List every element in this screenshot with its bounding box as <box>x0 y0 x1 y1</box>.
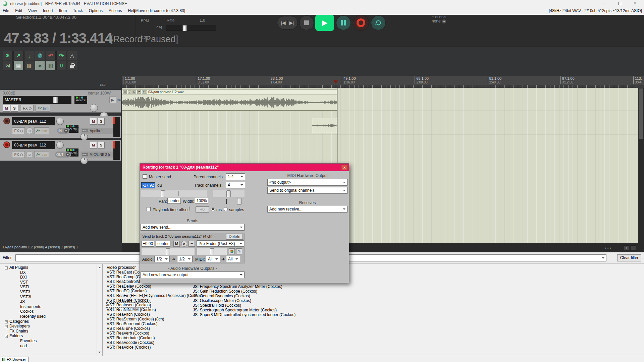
fx-tree-item[interactable]: Instruments <box>0 304 102 309</box>
ruler-mark[interactable]: 1.1.00 0:00.00 <box>123 76 136 84</box>
pause-button[interactable] <box>336 15 351 30</box>
media-item-track2[interactable] <box>312 118 337 133</box>
plugin-list-item[interactable]: JS: Oscilloscope Meter (Cockos) <box>193 298 296 303</box>
plugin-list-item[interactable]: VST: ReaVerb (Cockos) <box>107 331 203 336</box>
send-mono-stereo-button[interactable]: ◂▸ <box>189 241 195 247</box>
plugin-list-item[interactable]: JS: Frequency Spectrum Analyzer Meter (C… <box>193 284 296 289</box>
track-pan-slider[interactable] <box>213 190 245 197</box>
input-fx-chain[interactable]: IN FX Apollo 1 <box>80 128 118 134</box>
track-fx-button[interactable]: FX <box>12 151 25 158</box>
vertical-scrollbar[interactable] <box>638 88 644 243</box>
fx-tree-item[interactable]: Cockos <box>0 309 102 314</box>
plugin-list-item[interactable]: VST: ReaNINJAM (Cockos) <box>107 307 203 312</box>
open-project-icon[interactable] <box>13 51 23 60</box>
fx-tree-item[interactable]: Favorites <box>0 339 102 344</box>
master-volume-fader[interactable]: MASTER <box>3 96 71 104</box>
media-item-track1[interactable]: ⊙ ▪ M ⚑ FX 03-для реампа112.wav <box>122 89 337 111</box>
plugin-list-item[interactable]: VST: ReaStream (Cockos) (8ch) <box>107 317 203 321</box>
track-solo-button[interactable]: S <box>98 118 105 125</box>
timeline-ruler[interactable]: 1.1.00 0:00.00 17.1.00 0:32.00 33.1.00 1… <box>122 76 644 88</box>
send-phase-button[interactable]: ø <box>181 241 187 247</box>
playback-offset-checkbox[interactable] <box>147 207 151 211</box>
grid-icon[interactable] <box>46 61 56 70</box>
master-solo-button[interactable]: S <box>11 105 18 112</box>
send-mode-combo[interactable]: Pre-Fader (Post-FX) <box>197 240 244 247</box>
item-lock-icon[interactable]: ▪ <box>128 90 131 94</box>
master-pan-knob[interactable] <box>90 104 98 112</box>
crossfade-icon[interactable] <box>3 61 13 70</box>
item-mute-icon[interactable]: M <box>132 90 136 94</box>
add-hw-output-combo[interactable]: Add new hardware output... <box>141 272 245 278</box>
bpm-cell[interactable]: BPM 120 <box>137 15 153 40</box>
transport-timecode[interactable]: 47.3.83 / 1:33.414 <box>4 30 112 46</box>
track-volume-slider[interactable] <box>141 190 207 197</box>
track-input-button[interactable]: IN <box>57 128 69 134</box>
slider-handle[interactable] <box>166 248 170 255</box>
track-volume-knob[interactable] <box>80 133 88 140</box>
plugin-list-item[interactable]: JS: Gain Reduction Scope (Cockos) <box>193 289 296 294</box>
edit-cursor-marker[interactable] <box>333 80 338 86</box>
save-project-icon[interactable] <box>24 51 34 60</box>
midi-to-combo[interactable]: All <box>226 256 240 262</box>
dialog-title-bar[interactable]: Routing for track 1 "03-для реампа112" <box>140 164 349 171</box>
metronome-icon[interactable] <box>67 51 77 60</box>
scrollbar-thumb[interactable] <box>639 88 643 139</box>
fx-tree-item[interactable]: +Categories <box>0 319 102 324</box>
item-edit-icon[interactable] <box>24 61 34 70</box>
plugin-list-item[interactable]: VST: ReaTune (Cockos) <box>107 326 203 331</box>
ruler-mark[interactable]: 17.1.00 0:32.00 <box>196 76 210 84</box>
record-arm-button[interactable] <box>3 118 10 124</box>
tree-expander-icon[interactable]: - <box>5 266 8 269</box>
send-volume-slider[interactable] <box>142 248 195 255</box>
ruler-mark[interactable]: 113. 3:44. <box>633 76 642 84</box>
repeat-button[interactable] <box>371 15 386 30</box>
add-send-combo[interactable]: Add new send... <box>141 224 245 231</box>
audio-from-combo[interactable]: 1/2 <box>154 256 170 262</box>
lock-icon[interactable] <box>67 61 77 70</box>
dialog-close-button[interactable]: x <box>341 165 348 170</box>
parent-channels-combo[interactable]: 1-4 <box>226 173 245 180</box>
plugin-list-item[interactable]: VST: ReaEQ (Cockos) <box>107 289 203 293</box>
send-mute-button[interactable]: M <box>173 241 180 247</box>
track-name[interactable]: 03-для реам..112 <box>12 141 55 149</box>
track-channels-combo[interactable]: 4 <box>226 182 245 188</box>
chevron-down-icon[interactable] <box>602 257 604 260</box>
menu-item[interactable]: Actions <box>109 8 122 13</box>
send-pan-field[interactable]: center <box>156 241 170 247</box>
item-notes-icon[interactable]: ⚑ <box>137 90 141 94</box>
audio-to-combo[interactable]: 1/2 <box>177 256 193 262</box>
rate-slider-handle[interactable] <box>182 25 187 31</box>
track-volume-field[interactable]: -17.92 <box>141 182 155 188</box>
plugin-list-item[interactable]: VST: ReaFir (FFT EQ+Dynamics Processor) … <box>107 293 203 298</box>
plugin-list-item[interactable]: VST: ReaVocode (Cockos) <box>107 340 203 345</box>
menu-item[interactable]: Options <box>89 8 103 13</box>
pan-value-field[interactable]: center <box>167 198 181 204</box>
track-width-slider[interactable] <box>213 198 245 205</box>
slider-handle[interactable] <box>226 190 231 197</box>
master-mono-button[interactable]: ▶ <box>109 97 116 103</box>
track-fx-button[interactable]: FX <box>12 127 25 134</box>
width-value-field[interactable]: 100% <box>195 198 208 204</box>
rate-value[interactable]: 1.0 <box>200 18 205 23</box>
master-trim-envelope-button[interactable]: trim <box>36 105 50 112</box>
clear-filter-button[interactable]: Clear filter <box>617 254 641 261</box>
plugin-list-item[interactable]: VST: ReaVerbate (Cockos) <box>107 336 203 340</box>
play-button[interactable]: ▶ <box>315 15 334 31</box>
fx-tree-item[interactable]: +Developers <box>0 324 102 329</box>
ruler-mark[interactable]: 81.1.00 2:40.00 <box>488 76 502 84</box>
go-to-start-button[interactable]: ◀ <box>280 20 287 25</box>
menu-item[interactable]: Edit <box>15 8 22 13</box>
plugin-list-item[interactable]: VST: ReaSurround (Cockos) <box>107 321 203 326</box>
maximize-button[interactable] <box>614 1 625 7</box>
fx-tree-item[interactable]: -All Plugins <box>0 265 102 270</box>
track-output-button[interactable]: OUT <box>55 152 71 158</box>
track-name[interactable]: 03-для реам..112 <box>12 117 55 125</box>
fx-tree-item[interactable]: VSTi <box>0 285 102 290</box>
plugin-list-item[interactable]: JS: Super8 MIDI-controlled synchronized … <box>193 312 296 317</box>
track-solo-button[interactable]: S <box>98 142 105 148</box>
zoom-out-button[interactable]: − <box>631 245 636 250</box>
project-info-icon[interactable] <box>35 51 45 60</box>
plugin-list-item[interactable]: JS: General Dynamics (Cockos) <box>193 294 296 298</box>
undo-icon[interactable] <box>46 51 56 60</box>
menu-item[interactable]: Item <box>59 8 67 13</box>
